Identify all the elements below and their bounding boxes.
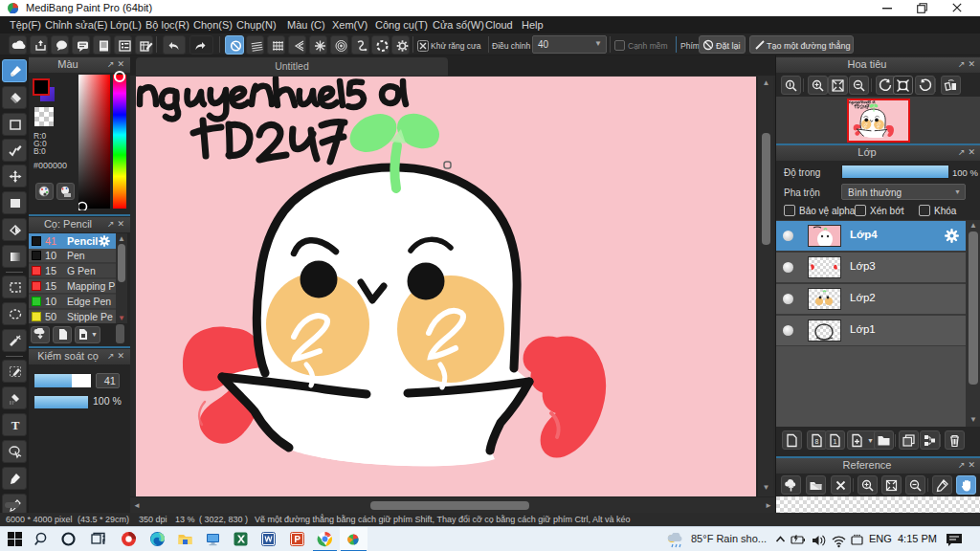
svg-text:8: 8 xyxy=(815,438,819,445)
svg-text:T: T xyxy=(11,418,20,432)
svg-text:1: 1 xyxy=(834,438,837,445)
